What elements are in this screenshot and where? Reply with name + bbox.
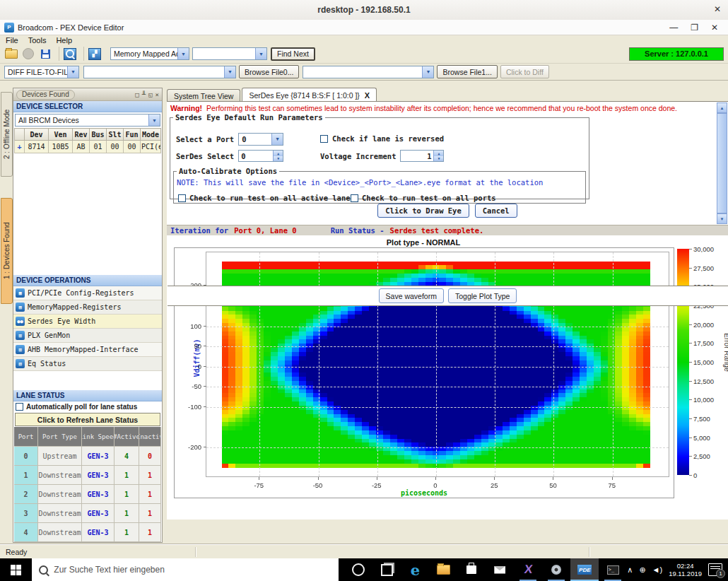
form-scrollbar[interactable]: ▲ ▼ — [717, 102, 727, 224]
refresh-lane-status-button[interactable]: Click to Refresh Lane Status — [15, 413, 160, 426]
search-value-combo[interactable]: ▼ — [192, 47, 267, 60]
visual-studio-icon[interactable]: X — [514, 558, 542, 581]
taskbar-search-input[interactable]: Zur Suche Text hier eingeben — [32, 558, 339, 581]
operation-item-eq-status[interactable]: ▧Eq Status — [13, 357, 162, 371]
browse-file0-button[interactable]: Browse File0... — [239, 65, 299, 78]
devices-found-panel: Devices Found □ ╨ ◱ × DEVICE SELECTOR Al… — [13, 88, 163, 543]
burn-tool-icon[interactable] — [542, 558, 570, 581]
operation-item-plx-genmon[interactable]: ▥PLX GenMon — [13, 329, 162, 343]
tab-system-tree-view[interactable]: System Tree View — [167, 89, 240, 102]
sidebar-tab-devices-found[interactable]: 1 : Devices Found — [1, 198, 13, 304]
scroll-down-icon[interactable]: ▼ — [717, 213, 727, 224]
network-icon[interactable]: ⊕ — [639, 565, 645, 575]
spin-down-icon: ▼ — [274, 156, 283, 162]
run-parameters-group: Serdes Eye Default Run Parameters Select… — [170, 113, 589, 199]
tab-serdes-eye[interactable]: SerDes Eye {8714 B:S:F [ 1:0:0 ]} X — [242, 88, 377, 102]
taskbar-icons: eXPDE>_ — [344, 558, 627, 581]
all-ports-checkbox[interactable] — [351, 194, 358, 202]
lane-status-row[interactable]: 3DownstreamGEN-311 — [14, 504, 161, 523]
close-icon[interactable]: ✕ — [714, 4, 721, 14]
iteration-value: Port 0, Lane 0 — [234, 226, 297, 235]
lane-status-row[interactable]: 0UpstreamGEN-340 — [14, 447, 161, 466]
plot-buttons-strip: Save waveform Toggle Plot Type — [168, 286, 728, 306]
operation-item-pci-pcie-config-registers[interactable]: ▦PCI/PCIe Config-Registers — [13, 286, 162, 300]
lane-status-row[interactable]: 4DownstreamGEN-311 — [14, 523, 161, 542]
start-button[interactable] — [0, 558, 32, 581]
serdes-select-spinner[interactable]: 0 ▲▼ — [238, 150, 283, 162]
app-icon: P — [4, 23, 14, 33]
operation-item-ahb-memorymapped-interface[interactable]: ▥AHB MemoryMapped-Interface — [13, 343, 162, 357]
close-icon[interactable]: × — [155, 91, 159, 98]
group-legend: Auto-Calibrate Options — [177, 167, 279, 175]
edge-icon[interactable]: e — [401, 558, 429, 581]
cancel-button[interactable]: Cancel — [475, 204, 517, 218]
sidebar-tab-offline-mode[interactable]: 2 : Offline Mode — [1, 92, 13, 177]
draw-eye-button[interactable]: Click to Draw Eye — [377, 204, 469, 218]
colorbar-tick-label: 0 — [693, 471, 697, 479]
terminal-icon[interactable]: >_ — [599, 558, 627, 581]
save-icon[interactable] — [38, 47, 52, 60]
operation-label: Serdes Eye Width — [28, 317, 95, 325]
restore-icon[interactable]: ❐ — [691, 23, 698, 33]
voltage-increment-label: Voltage Increment — [320, 152, 396, 160]
pin-icon[interactable]: ╨ — [142, 91, 146, 98]
menu-file[interactable]: File — [6, 36, 18, 45]
scrollbar-thumb[interactable] — [717, 113, 727, 213]
float-icon[interactable]: ◱ — [148, 91, 152, 98]
save-waveform-button[interactable]: Save waveform — [379, 288, 444, 303]
col-mode: Mode — [141, 129, 161, 141]
diff-file1-combo[interactable]: ▼ — [303, 66, 434, 78]
volume-icon[interactable]: ◄) — [652, 565, 663, 574]
browse-file1-button[interactable]: Browse File1... — [437, 65, 497, 78]
mail-icon[interactable] — [486, 558, 514, 581]
operation-label: PLX GenMon — [28, 331, 70, 339]
tray-expand-icon[interactable]: ∧ — [627, 565, 633, 575]
all-active-lanes-checkbox[interactable] — [178, 194, 186, 202]
lane-reversed-label: Check if lane is reversed — [332, 134, 444, 143]
find-next-button[interactable]: Find Next — [271, 47, 315, 61]
disabled-tool-icon — [21, 47, 35, 60]
spin-down-icon: ▼ — [434, 156, 443, 162]
pde-icon[interactable]: PDE — [570, 558, 599, 581]
lane-reversed-checkbox[interactable] — [320, 135, 328, 143]
search-type-select[interactable]: Memory Mapped Address ▼ — [110, 47, 189, 60]
eye-plot-panel: Plot type - NORMAL Vdiff(mv) picoseconds… — [167, 235, 728, 520]
expand-icon[interactable]: + — [15, 141, 25, 153]
store-icon[interactable] — [457, 558, 486, 581]
menu-help[interactable]: Help — [56, 36, 72, 45]
y-tick-label: 50 — [176, 342, 201, 350]
close-tab-icon[interactable]: X — [365, 91, 370, 100]
cortana-icon[interactable] — [344, 558, 372, 581]
notifications-icon[interactable]: 1 — [708, 563, 722, 576]
colorbar-tick-label: 7,500 — [693, 415, 710, 423]
open-file-icon[interactable] — [4, 47, 18, 60]
lane-status-row[interactable]: 1DownstreamGEN-311 — [14, 466, 161, 485]
minimize-icon[interactable]: — — [669, 23, 678, 33]
lane-status-row[interactable]: 2DownstreamGEN-311 — [14, 485, 161, 504]
menu-tools[interactable]: Tools — [28, 36, 47, 45]
poll-checkbox[interactable] — [16, 403, 23, 411]
toolbar-diff: DIFF FILE-TO-FILE ▼ ▼ Browse File0... ▼ … — [0, 64, 728, 81]
restore-panel-icon[interactable]: □ — [135, 91, 139, 98]
window-controls: — ❐ ✕ — [669, 23, 724, 33]
serdes-select-label: SerDes Select — [176, 152, 234, 160]
clock[interactable]: 02:24 19.11.2019 — [669, 562, 702, 577]
scroll-up-icon[interactable]: ▲ — [717, 102, 727, 113]
search-icon[interactable] — [63, 47, 77, 60]
diff-mode-select[interactable]: DIFF FILE-TO-FILE ▼ — [4, 66, 79, 78]
compare-icon[interactable]: ▞ — [88, 47, 102, 60]
note-text: NOTE: This will save the file in <Device… — [177, 178, 543, 187]
chevron-down-icon: ▼ — [67, 66, 78, 78]
diff-file0-combo[interactable]: ▼ — [83, 66, 236, 78]
file-explorer-icon[interactable] — [429, 558, 457, 581]
device-table-row[interactable]: + 8714 10B5 AB 01 00 00 PCI(e) — [15, 141, 161, 153]
task-view-icon[interactable] — [372, 558, 401, 581]
device-filter-select[interactable]: All BRCM Devices ▼ — [15, 114, 160, 127]
operation-item-serdes-eye-width[interactable]: ●●Serdes Eye Width — [13, 315, 162, 329]
colorbar-tick-label: 27,500 — [693, 264, 714, 272]
operation-item-memorymapped-registers[interactable]: ▤MemoryMapped-Registers — [13, 300, 162, 315]
select-port-select[interactable]: 0 ▼ — [238, 133, 283, 146]
close-icon[interactable]: ✕ — [711, 23, 718, 33]
voltage-increment-spinner[interactable]: 1 ▲▼ — [400, 150, 444, 162]
toggle-plot-type-button[interactable]: Toggle Plot Type — [448, 288, 517, 303]
